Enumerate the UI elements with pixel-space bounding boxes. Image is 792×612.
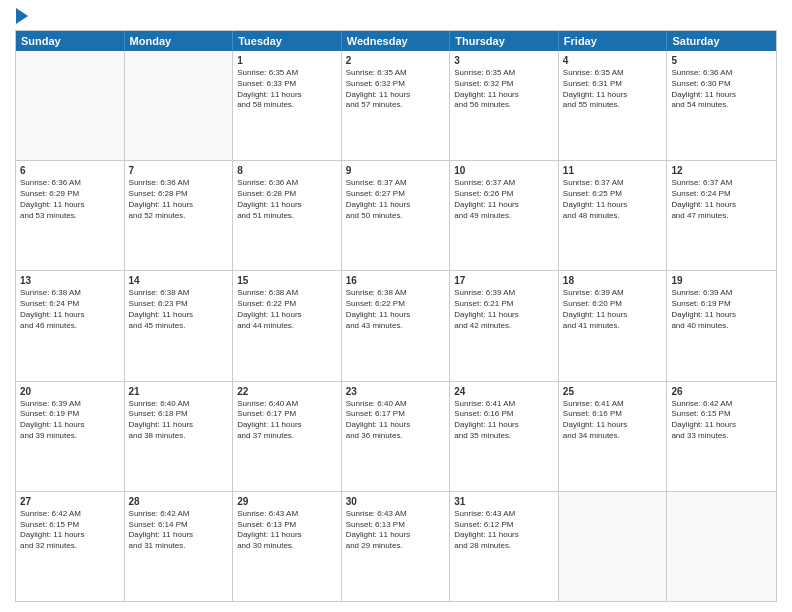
calendar-cell: 1Sunrise: 6:35 AMSunset: 6:33 PMDaylight… (233, 51, 342, 160)
calendar-cell (125, 51, 234, 160)
calendar-cell: 10Sunrise: 6:37 AMSunset: 6:26 PMDayligh… (450, 161, 559, 270)
weekday-header: Thursday (450, 31, 559, 51)
cell-line: and 51 minutes. (237, 211, 337, 222)
weekday-header: Friday (559, 31, 668, 51)
cell-line: Daylight: 11 hours (346, 200, 446, 211)
calendar-body: 1Sunrise: 6:35 AMSunset: 6:33 PMDaylight… (16, 51, 776, 601)
calendar-cell: 9Sunrise: 6:37 AMSunset: 6:27 PMDaylight… (342, 161, 451, 270)
cell-line: and 43 minutes. (346, 321, 446, 332)
cell-line: Sunset: 6:33 PM (237, 79, 337, 90)
cell-line: and 37 minutes. (237, 431, 337, 442)
calendar-cell: 15Sunrise: 6:38 AMSunset: 6:22 PMDayligh… (233, 271, 342, 380)
day-number: 15 (237, 274, 337, 287)
cell-line: and 42 minutes. (454, 321, 554, 332)
day-number: 24 (454, 385, 554, 398)
calendar-cell: 21Sunrise: 6:40 AMSunset: 6:18 PMDayligh… (125, 382, 234, 491)
cell-line: Daylight: 11 hours (454, 310, 554, 321)
cell-line: and 46 minutes. (20, 321, 120, 332)
svg-marker-0 (16, 8, 28, 24)
cell-line: Sunrise: 6:37 AM (671, 178, 772, 189)
cell-line: and 39 minutes. (20, 431, 120, 442)
cell-line: Sunrise: 6:41 AM (454, 399, 554, 410)
cell-line: Sunrise: 6:39 AM (671, 288, 772, 299)
calendar-cell: 24Sunrise: 6:41 AMSunset: 6:16 PMDayligh… (450, 382, 559, 491)
day-number: 10 (454, 164, 554, 177)
calendar-cell: 8Sunrise: 6:36 AMSunset: 6:28 PMDaylight… (233, 161, 342, 270)
day-number: 22 (237, 385, 337, 398)
cell-line: and 38 minutes. (129, 431, 229, 442)
cell-line: and 47 minutes. (671, 211, 772, 222)
calendar-cell: 16Sunrise: 6:38 AMSunset: 6:22 PMDayligh… (342, 271, 451, 380)
cell-line: Sunset: 6:15 PM (20, 520, 120, 531)
cell-line: and 54 minutes. (671, 100, 772, 111)
cell-line: Daylight: 11 hours (129, 420, 229, 431)
day-number: 5 (671, 54, 772, 67)
day-number: 25 (563, 385, 663, 398)
cell-line: Daylight: 11 hours (454, 200, 554, 211)
cell-line: Daylight: 11 hours (563, 310, 663, 321)
calendar-cell: 27Sunrise: 6:42 AMSunset: 6:15 PMDayligh… (16, 492, 125, 601)
cell-line: Daylight: 11 hours (454, 530, 554, 541)
cell-line: Daylight: 11 hours (346, 90, 446, 101)
cell-line: and 50 minutes. (346, 211, 446, 222)
day-number: 9 (346, 164, 446, 177)
calendar-cell: 6Sunrise: 6:36 AMSunset: 6:29 PMDaylight… (16, 161, 125, 270)
calendar-cell: 17Sunrise: 6:39 AMSunset: 6:21 PMDayligh… (450, 271, 559, 380)
cell-line: Daylight: 11 hours (346, 420, 446, 431)
calendar-cell: 22Sunrise: 6:40 AMSunset: 6:17 PMDayligh… (233, 382, 342, 491)
cell-line: Sunset: 6:17 PM (346, 409, 446, 420)
calendar-cell: 4Sunrise: 6:35 AMSunset: 6:31 PMDaylight… (559, 51, 668, 160)
calendar-cell: 25Sunrise: 6:41 AMSunset: 6:16 PMDayligh… (559, 382, 668, 491)
calendar-cell: 3Sunrise: 6:35 AMSunset: 6:32 PMDaylight… (450, 51, 559, 160)
day-number: 27 (20, 495, 120, 508)
day-number: 12 (671, 164, 772, 177)
calendar-cell: 7Sunrise: 6:36 AMSunset: 6:28 PMDaylight… (125, 161, 234, 270)
calendar-cell: 20Sunrise: 6:39 AMSunset: 6:19 PMDayligh… (16, 382, 125, 491)
weekday-header: Wednesday (342, 31, 451, 51)
cell-line: Daylight: 11 hours (671, 90, 772, 101)
day-number: 31 (454, 495, 554, 508)
calendar-cell: 26Sunrise: 6:42 AMSunset: 6:15 PMDayligh… (667, 382, 776, 491)
cell-line: Sunrise: 6:43 AM (237, 509, 337, 520)
calendar-week-row: 27Sunrise: 6:42 AMSunset: 6:15 PMDayligh… (16, 492, 776, 601)
calendar-cell: 29Sunrise: 6:43 AMSunset: 6:13 PMDayligh… (233, 492, 342, 601)
day-number: 8 (237, 164, 337, 177)
day-number: 17 (454, 274, 554, 287)
calendar-cell: 12Sunrise: 6:37 AMSunset: 6:24 PMDayligh… (667, 161, 776, 270)
cell-line: Daylight: 11 hours (671, 200, 772, 211)
cell-line: Sunrise: 6:42 AM (20, 509, 120, 520)
day-number: 4 (563, 54, 663, 67)
day-number: 13 (20, 274, 120, 287)
cell-line: Daylight: 11 hours (671, 420, 772, 431)
day-number: 30 (346, 495, 446, 508)
cell-line: and 53 minutes. (20, 211, 120, 222)
page: SundayMondayTuesdayWednesdayThursdayFrid… (0, 0, 792, 612)
cell-line: Sunset: 6:20 PM (563, 299, 663, 310)
calendar-cell: 13Sunrise: 6:38 AMSunset: 6:24 PMDayligh… (16, 271, 125, 380)
cell-line: Sunset: 6:29 PM (20, 189, 120, 200)
calendar-week-row: 6Sunrise: 6:36 AMSunset: 6:29 PMDaylight… (16, 161, 776, 271)
cell-line: Sunrise: 6:38 AM (346, 288, 446, 299)
day-number: 1 (237, 54, 337, 67)
day-number: 3 (454, 54, 554, 67)
cell-line: Sunset: 6:24 PM (20, 299, 120, 310)
cell-line: Sunset: 6:14 PM (129, 520, 229, 531)
cell-line: Sunrise: 6:40 AM (346, 399, 446, 410)
day-number: 26 (671, 385, 772, 398)
cell-line: Sunrise: 6:43 AM (346, 509, 446, 520)
cell-line: Daylight: 11 hours (20, 530, 120, 541)
cell-line: Sunset: 6:31 PM (563, 79, 663, 90)
cell-line: Sunset: 6:17 PM (237, 409, 337, 420)
cell-line: Sunrise: 6:40 AM (237, 399, 337, 410)
calendar: SundayMondayTuesdayWednesdayThursdayFrid… (15, 30, 777, 602)
cell-line: Sunrise: 6:35 AM (346, 68, 446, 79)
cell-line: and 32 minutes. (20, 541, 120, 552)
cell-line: Daylight: 11 hours (237, 310, 337, 321)
cell-line: Daylight: 11 hours (454, 420, 554, 431)
cell-line: and 29 minutes. (346, 541, 446, 552)
cell-line: and 58 minutes. (237, 100, 337, 111)
cell-line: Sunset: 6:22 PM (346, 299, 446, 310)
cell-line: and 44 minutes. (237, 321, 337, 332)
cell-line: and 34 minutes. (563, 431, 663, 442)
cell-line: Daylight: 11 hours (563, 90, 663, 101)
